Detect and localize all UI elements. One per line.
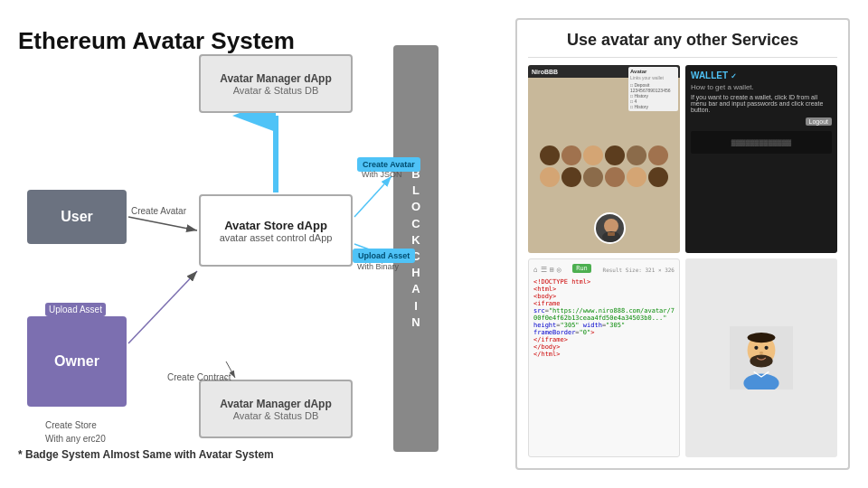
face-5 bbox=[627, 145, 646, 165]
face-11 bbox=[627, 167, 646, 187]
user-label: User bbox=[61, 209, 93, 225]
badge-note: * Badge System Almost Same with Avatar S… bbox=[18, 448, 274, 461]
svg-point-19 bbox=[748, 333, 776, 343]
result-size: Result Size: 321 × 326 bbox=[603, 267, 675, 273]
svg-line-4 bbox=[128, 271, 197, 343]
store-title: Avatar Store dApp bbox=[224, 219, 327, 232]
store-subtitle: avatar asset control dApp bbox=[220, 232, 333, 243]
wallet-title: WALLET ✓ bbox=[691, 70, 832, 80]
svg-line-3 bbox=[128, 217, 197, 230]
manager-bottom-subtitle: Avatar & Status DB bbox=[233, 410, 319, 421]
right-panel: Use avatar any other Services NiroBBB bbox=[515, 18, 850, 470]
face-1 bbox=[540, 145, 560, 165]
face-3 bbox=[583, 145, 603, 165]
face-2 bbox=[561, 145, 581, 165]
manager-top-subtitle: Avatar & Status DB bbox=[233, 85, 319, 96]
run-button[interactable]: Run bbox=[572, 264, 591, 273]
face-8 bbox=[561, 167, 581, 187]
face-10 bbox=[605, 167, 625, 187]
svg-point-15 bbox=[754, 346, 758, 350]
face-12 bbox=[648, 167, 668, 187]
svg-point-16 bbox=[765, 346, 769, 350]
owner-label: Owner bbox=[54, 353, 99, 370]
code-editor-screenshot: ⌂ ☰ ⊞ ◎ Run Result Size: 321 × 326 <!DOC… bbox=[528, 258, 680, 457]
diagram-panel: Ethereum Avatar System bbox=[18, 18, 506, 470]
screenshots-area: NiroBBB bbox=[528, 65, 837, 457]
selected-avatar bbox=[594, 212, 626, 244]
with-json-label: With JSON bbox=[362, 170, 402, 179]
face-7 bbox=[540, 167, 560, 187]
manager-top-box: Avatar Manager dApp Avatar & Status DB bbox=[199, 54, 353, 113]
svg-point-10 bbox=[604, 219, 618, 233]
upload-asset-btn: Upload Asset bbox=[353, 249, 415, 263]
label-upload-asset: Upload Asset bbox=[45, 303, 106, 316]
user-box: User bbox=[27, 190, 127, 244]
label-with-any-erc20: With any erc20 bbox=[45, 434, 106, 444]
code-content: <!DOCTYPE html> <html> <body> <iframe sr… bbox=[533, 278, 675, 358]
page-title: Ethereum Avatar System bbox=[18, 27, 295, 55]
profile-panel: Avatar Links your wallet □ Deposit 12345… bbox=[628, 67, 678, 111]
wallet-subtitle: How to get a wallet. bbox=[691, 83, 832, 91]
label-create-store: Create Store bbox=[45, 420, 97, 430]
svg-rect-12 bbox=[608, 232, 615, 236]
avatar-3d-screenshot bbox=[685, 258, 837, 457]
wallet-image: ▓▓▓▓▓▓▓▓▓▓▓▓▓ bbox=[691, 131, 832, 154]
svg-line-6 bbox=[354, 176, 392, 217]
label-create-contract: Create Contract bbox=[167, 372, 231, 382]
label-create-avatar: Create Avatar bbox=[131, 206, 186, 216]
manager-bottom-title: Avatar Manager dApp bbox=[220, 398, 332, 410]
svg-point-17 bbox=[760, 352, 763, 354]
owner-box: Owner bbox=[27, 316, 127, 407]
face-grid bbox=[532, 145, 676, 187]
wallet-screenshot: WALLET ✓ How to get a wallet. If you wan… bbox=[685, 65, 837, 253]
svg-point-18 bbox=[750, 355, 772, 368]
manager-bottom-box: Avatar Manager dApp Avatar & Status DB bbox=[199, 380, 353, 438]
with-binary-label: With Binary bbox=[357, 262, 399, 271]
avatar-3d-svg bbox=[730, 326, 793, 389]
avatar-icon bbox=[596, 214, 626, 244]
store-box: Avatar Store dApp avatar asset control d… bbox=[199, 194, 353, 267]
face-4 bbox=[605, 145, 625, 165]
niro-username: NiroBBB bbox=[532, 69, 558, 75]
manager-top-title: Avatar Manager dApp bbox=[220, 72, 332, 85]
wallet-description: If you want to create a wallet, click ID… bbox=[691, 94, 832, 113]
wallet-checkmark: ✓ bbox=[731, 72, 737, 80]
avatar-faces-screenshot: NiroBBB bbox=[528, 65, 680, 253]
right-panel-title: Use avatar any other Services bbox=[528, 31, 837, 58]
face-6 bbox=[648, 145, 668, 165]
editor-toolbar: ⌂ ☰ ⊞ ◎ bbox=[533, 266, 561, 274]
wallet-logout-btn[interactable]: Logout bbox=[806, 117, 832, 126]
face-9 bbox=[583, 167, 603, 187]
title-block: Ethereum Avatar System bbox=[18, 27, 295, 55]
